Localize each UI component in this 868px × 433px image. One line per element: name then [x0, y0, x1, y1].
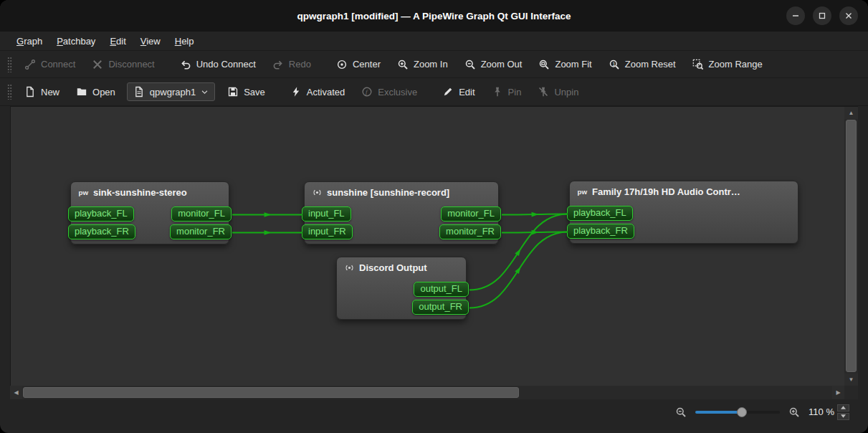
scrollbar-corner: [844, 386, 858, 399]
connection-arrow-icon: [532, 212, 539, 217]
edit-button[interactable]: Edit: [436, 82, 481, 101]
port-monitor_FL[interactable]: monitor_FL: [171, 206, 232, 222]
pin-label: Pin: [508, 87, 522, 97]
pin-icon: [492, 86, 503, 97]
zoom-range-icon: [692, 59, 704, 70]
undo-connect-button[interactable]: Undo Connect: [173, 55, 262, 74]
port-playback_FR[interactable]: playback_FR: [68, 224, 135, 239]
scroll-left-button[interactable]: ◀: [10, 386, 22, 399]
chevron-down-icon: [201, 88, 209, 96]
unpin-button[interactable]: Unpin: [531, 82, 585, 101]
zoom-reset-button[interactable]: 1Zoom Reset: [602, 55, 682, 74]
connect-button[interactable]: Connect: [18, 55, 82, 74]
menu-item-patchbay[interactable]: Patchbay: [50, 34, 102, 49]
scroll-down-button[interactable]: ▼: [844, 373, 858, 386]
exclusive-button[interactable]: fExclusive: [355, 82, 424, 101]
node-sunshine[interactable]: sunshine [sunshine-record]input_FLinput_…: [304, 181, 499, 244]
disconnect-button[interactable]: Disconnect: [85, 55, 161, 74]
center-button[interactable]: Center: [330, 55, 387, 74]
patchbay-combo-button[interactable]: qpwgraph1: [127, 82, 215, 101]
zoom-slider-fill: [695, 411, 742, 414]
zoom-reset-label: Zoom Reset: [625, 59, 676, 70]
node-title: Family 17h/19h HD Audio Contr…: [592, 186, 740, 197]
zoom-spin-down-button[interactable]: [837, 413, 849, 420]
port-input_FR[interactable]: input_FR: [302, 224, 353, 239]
zoom-fit-label: Zoom Fit: [555, 59, 591, 70]
port-monitor_FR[interactable]: monitor_FR: [170, 224, 232, 239]
zoom-in-icon[interactable]: [788, 406, 800, 418]
disconnect-label: Disconnect: [108, 59, 154, 70]
open-label: Open: [92, 87, 115, 97]
scroll-right-button[interactable]: ▶: [832, 386, 844, 399]
zoom-in-button[interactable]: Zoom In: [391, 55, 454, 74]
zoom-out-icon[interactable]: [675, 406, 687, 418]
connect-icon: [24, 59, 36, 70]
redo-button[interactable]: Redo: [266, 55, 318, 74]
connection[interactable]: [502, 232, 568, 233]
pin-button[interactable]: Pin: [485, 82, 528, 101]
zoom-spin-up-button[interactable]: [837, 404, 849, 411]
vertical-scrollbar[interactable]: ▲ ▼: [844, 106, 858, 386]
port-monitor_FR[interactable]: monitor_FR: [439, 224, 501, 239]
unpin-label: Unpin: [554, 87, 578, 97]
open-button[interactable]: Open: [70, 82, 122, 101]
port-playback_FL[interactable]: playback_FL: [567, 206, 633, 221]
menu-item-view[interactable]: View: [134, 34, 167, 49]
graph-canvas[interactable]: pwsink-sunshine-stereoplayback_FLplaybac…: [10, 106, 844, 386]
port-playback_FL[interactable]: playback_FL: [68, 206, 134, 222]
toolbar-drag-handle[interactable]: [7, 57, 12, 72]
menu-item-graph[interactable]: Graph: [10, 34, 49, 49]
pipewire-icon: pw: [577, 186, 588, 197]
zoom-range-button[interactable]: Zoom Range: [686, 55, 769, 74]
zoom-fit-button[interactable]: Zoom Fit: [532, 55, 598, 74]
app-window: qpwgraph1 [modified] — A PipeWire Graph …: [0, 0, 868, 433]
scroll-up-button[interactable]: ▲: [844, 107, 858, 119]
node-discord-output[interactable]: Discord Outputoutput_FLoutput_FR: [336, 257, 467, 320]
titlebar[interactable]: qpwgraph1 [modified] — A PipeWire Graph …: [0, 0, 868, 32]
toolbar-drag-handle[interactable]: [7, 84, 12, 100]
zoom-in-label: Zoom In: [414, 59, 448, 70]
edit-icon: [442, 86, 454, 97]
port-output_FR[interactable]: output_FR: [412, 300, 469, 315]
connection[interactable]: [502, 214, 568, 215]
node-title: Discord Output: [359, 262, 427, 273]
statusbar: 110 %: [0, 399, 868, 424]
menubar: GraphPatchbayEditViewHelp: [0, 32, 868, 51]
zoom-slider-handle[interactable]: [737, 407, 747, 417]
node-sink-sunshine-stereo[interactable]: pwsink-sunshine-stereoplayback_FLplaybac…: [70, 181, 229, 244]
menu-item-edit[interactable]: Edit: [103, 34, 132, 49]
zoom-spinbox[interactable]: 110 %: [809, 404, 849, 420]
maximize-button[interactable]: [813, 6, 831, 25]
connection-arrow-icon: [532, 230, 539, 235]
horizontal-scrollbar[interactable]: ◀ ▶: [10, 386, 844, 399]
pipewire-icon: pw: [78, 187, 89, 198]
window-controls: [786, 6, 858, 25]
port-input_FL[interactable]: input_FL: [302, 206, 351, 222]
zoom-slider[interactable]: [695, 405, 780, 419]
node-header: sunshine [sunshine-record]: [305, 182, 498, 198]
port-output_FL[interactable]: output_FL: [414, 282, 469, 297]
node-header: pwFamily 17h/19h HD Audio Contr…: [570, 181, 798, 197]
save-button[interactable]: Save: [221, 82, 272, 101]
port-playback_FR[interactable]: playback_FR: [567, 224, 634, 239]
horizontal-scroll-handle[interactable]: [23, 387, 519, 398]
save-icon: [227, 86, 239, 97]
node-family-audio[interactable]: pwFamily 17h/19h HD Audio Contr…playback…: [569, 181, 798, 244]
close-button[interactable]: [839, 6, 858, 25]
connection-arrow-icon: [515, 267, 520, 274]
vertical-scroll-handle[interactable]: [846, 120, 857, 372]
new-button[interactable]: New: [18, 82, 66, 101]
stream-icon: [344, 262, 355, 273]
activated-label: Activated: [307, 87, 345, 97]
redo-icon: [272, 59, 284, 70]
svg-text:1: 1: [612, 60, 616, 67]
port-monitor_FL[interactable]: monitor_FL: [441, 206, 501, 222]
activated-button[interactable]: Activated: [284, 82, 351, 101]
zoom-range-label: Zoom Range: [709, 59, 763, 70]
zoom-out-button[interactable]: Zoom Out: [458, 55, 529, 74]
minimize-button[interactable]: [786, 6, 805, 25]
new-icon: [24, 86, 36, 97]
new-label: New: [41, 87, 59, 97]
stream-icon: [312, 187, 323, 198]
menu-item-help[interactable]: Help: [168, 34, 201, 49]
